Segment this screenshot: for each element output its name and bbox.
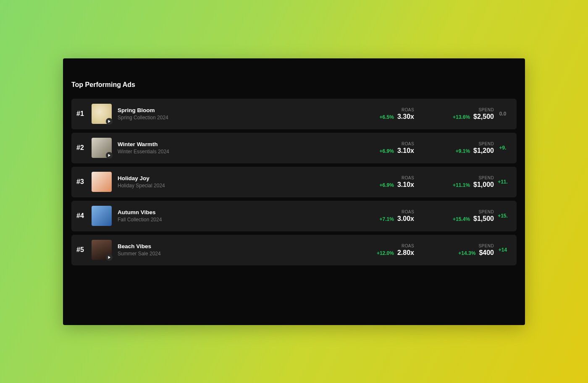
metrics: ROAS +12.0% 2.80x SPEND +14.3% $400 +14 [368, 235, 512, 265]
ad-row[interactable]: #3 Holiday Joy Holiday Special 2024 ROAS… [71, 167, 517, 197]
metric-trail: +9. [494, 133, 512, 163]
ad-title-block: Spring Bloom Spring Collection 2024 [118, 107, 202, 121]
spend-value: $1,200 [473, 147, 494, 155]
top-ads-panel: Top Performing Ads #1 Spring Bloom Sprin… [63, 58, 525, 325]
ad-thumbnail[interactable] [92, 104, 112, 124]
metric-trail: 0.0 [494, 99, 512, 129]
metric-roas: ROAS +6.5% 3.30x [368, 99, 414, 129]
metrics: ROAS +6.9% 3.10x SPEND +9.1% $1,200 +9. [368, 133, 512, 163]
metric-spend: SPEND +9.1% $1,200 [423, 133, 494, 163]
ad-subtitle: Fall Collection 2024 [118, 217, 202, 223]
metric-spend-label: SPEND [479, 244, 494, 248]
roas-value: 3.30x [397, 113, 414, 121]
metric-spend-label: SPEND [479, 142, 494, 146]
play-icon[interactable] [106, 254, 113, 261]
ad-title-block: Holiday Joy Holiday Special 2024 [118, 175, 202, 189]
svg-marker-1 [108, 154, 111, 157]
ad-rows: #1 Spring Bloom Spring Collection 2024 R… [71, 99, 517, 265]
panel-title: Top Performing Ads [71, 81, 517, 89]
roas-delta: +6.9% [380, 148, 394, 154]
metric-roas-label: ROAS [402, 108, 414, 112]
spend-value: $1,000 [473, 181, 494, 189]
trail-delta: +14 [499, 247, 507, 253]
trail-delta: 0.0 [499, 111, 507, 117]
ad-title-block: Winter Warmth Winter Essentials 2024 [118, 141, 202, 155]
roas-value: 2.80x [397, 249, 414, 257]
ad-subtitle: Spring Collection 2024 [118, 115, 202, 121]
ad-row[interactable]: #2 Winter Warmth Winter Essentials 2024 … [71, 133, 517, 163]
spend-delta: +9.1% [456, 148, 470, 154]
roas-delta: +6.9% [380, 182, 394, 188]
ad-row[interactable]: #4 Autumn Vibes Fall Collection 2024 ROA… [71, 201, 517, 231]
trail-delta: +15. [498, 213, 508, 219]
metric-spend: SPEND +15.4% $1,500 [423, 201, 494, 231]
metric-roas-label: ROAS [402, 176, 414, 180]
metric-roas: ROAS +7.1% 3.00x [368, 201, 414, 231]
metric-roas: ROAS +12.0% 2.80x [368, 235, 414, 265]
ad-title: Spring Bloom [118, 107, 202, 114]
trail-delta: +11. [498, 179, 508, 185]
spend-value: $2,500 [473, 113, 494, 121]
ad-thumbnail[interactable] [92, 206, 112, 226]
roas-value: 3.00x [397, 215, 414, 223]
spend-delta: +14.3% [458, 250, 475, 256]
metric-spend-label: SPEND [479, 210, 494, 214]
rank-label: #5 [76, 246, 90, 254]
metrics: ROAS +7.1% 3.00x SPEND +15.4% $1,500 +15… [368, 201, 512, 231]
ad-title-block: Autumn Vibes Fall Collection 2024 [118, 209, 202, 223]
roas-delta: +12.0% [377, 250, 394, 256]
spend-delta: +15.4% [453, 216, 470, 222]
ad-subtitle: Holiday Special 2024 [118, 183, 202, 189]
metric-spend-label: SPEND [479, 176, 494, 180]
trail-delta: +9. [499, 145, 506, 151]
ad-thumbnail[interactable] [92, 240, 112, 260]
metric-roas-label: ROAS [402, 210, 414, 214]
ad-title-block: Beach Vibes Summer Sale 2024 [118, 243, 202, 257]
ad-subtitle: Summer Sale 2024 [118, 251, 202, 257]
rank-label: #3 [76, 178, 90, 186]
ad-title: Autumn Vibes [118, 209, 202, 216]
metric-spend: SPEND +11.1% $1,000 [423, 167, 494, 197]
play-icon[interactable] [106, 118, 113, 125]
metrics: ROAS +6.5% 3.30x SPEND +13.6% $2,500 0.0 [368, 99, 512, 129]
metric-trail: +11. [494, 167, 512, 197]
roas-value: 3.10x [397, 147, 414, 155]
ad-subtitle: Winter Essentials 2024 [118, 149, 202, 155]
spend-value: $1,500 [473, 215, 494, 223]
roas-delta: +6.5% [380, 114, 394, 120]
metrics: ROAS +6.9% 3.10x SPEND +11.1% $1,000 +11… [368, 167, 512, 197]
metric-spend: SPEND +13.6% $2,500 [423, 99, 494, 129]
ad-title: Holiday Joy [118, 175, 202, 182]
metric-roas: ROAS +6.9% 3.10x [368, 133, 414, 163]
metric-roas-label: ROAS [402, 142, 414, 146]
svg-marker-0 [108, 120, 111, 123]
ad-thumbnail[interactable] [92, 138, 112, 158]
metric-spend-label: SPEND [479, 108, 494, 112]
play-icon[interactable] [106, 152, 113, 159]
rank-label: #2 [76, 144, 90, 152]
roas-value: 3.10x [397, 181, 414, 189]
rank-label: #4 [76, 212, 90, 220]
ad-row[interactable]: #1 Spring Bloom Spring Collection 2024 R… [71, 99, 517, 129]
spend-value: $400 [479, 249, 494, 257]
svg-marker-2 [108, 256, 111, 259]
metric-roas-label: ROAS [402, 244, 414, 248]
metric-trail: +14 [494, 235, 512, 265]
ad-title: Beach Vibes [118, 243, 202, 250]
roas-delta: +7.1% [380, 216, 394, 222]
ad-title: Winter Warmth [118, 141, 202, 148]
rank-label: #1 [76, 110, 90, 118]
metric-spend: SPEND +14.3% $400 [423, 235, 494, 265]
metric-trail: +15. [494, 201, 512, 231]
spend-delta: +13.6% [453, 114, 470, 120]
metric-roas: ROAS +6.9% 3.10x [368, 167, 414, 197]
ad-row[interactable]: #5 Beach Vibes Summer Sale 2024 ROAS +12… [71, 235, 517, 265]
ad-thumbnail[interactable] [92, 172, 112, 192]
spend-delta: +11.1% [453, 182, 470, 188]
